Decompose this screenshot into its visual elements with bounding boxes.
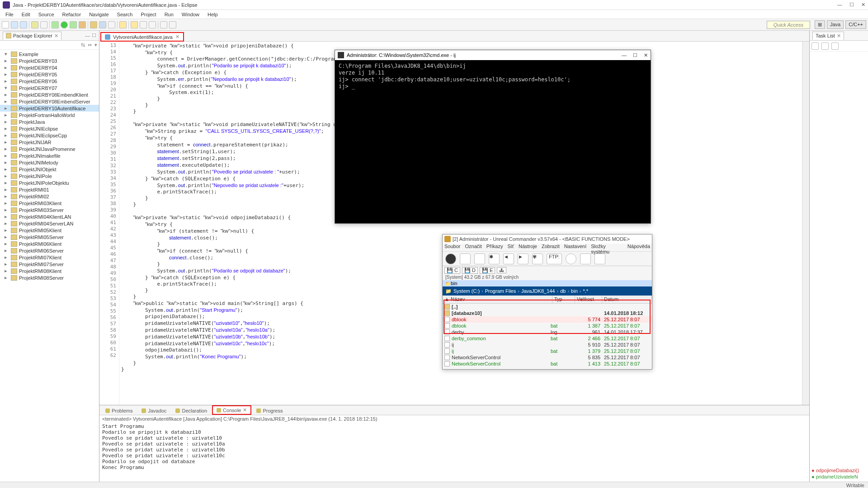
cmd-output[interactable]: C:\Program Files\JavaJDK8_144\db\bin>ij … (335, 60, 651, 93)
twist-icon[interactable]: ▸ (5, 58, 9, 64)
uc-crumb[interactable]: db (560, 288, 566, 294)
twist-icon[interactable]: ▸ (5, 119, 9, 125)
uc-file-row[interactable]: dblookbat1 38725.12.2017 8:07 (443, 323, 652, 329)
project-item[interactable]: ▸ProjektDERBY06 (0, 78, 99, 84)
twist-icon[interactable]: ▸ (5, 248, 9, 253)
tab-console[interactable]: Console ✕ (212, 405, 251, 415)
cpp-perspective-button[interactable]: C/C++ (845, 20, 866, 29)
uc-config-icon[interactable]: ✾ (532, 253, 543, 264)
uc-menu-item[interactable]: Označit (465, 244, 481, 251)
save-all-icon[interactable] (20, 21, 27, 28)
unreal-commander-window[interactable]: [2] Administrátor - Unreal Commander v3.… (442, 234, 652, 370)
project-item[interactable]: ▸ProjektJNIPoleObjektu (0, 179, 99, 186)
twist-icon[interactable]: ▸ (5, 139, 9, 145)
uc-file-row[interactable]: NetworkServerControl5 83525.12.2017 8:07 (443, 354, 652, 361)
menu-project[interactable]: Project (137, 11, 160, 18)
uc-file-row[interactable]: [..] (443, 304, 652, 310)
uc-crumb[interactable]: System (C:) (453, 288, 480, 294)
project-item[interactable]: ▸ProjektRMI03Server (0, 206, 99, 213)
forward-icon[interactable] (169, 21, 176, 28)
view-menu-icon[interactable]: ▾ (94, 42, 97, 48)
project-item[interactable]: ▸ProjektRMI07Server (0, 261, 99, 267)
project-item[interactable]: ▸ProjektDERBY08EmbendKlient (0, 91, 99, 98)
uc-title-bar[interactable]: [2] Administrátor - Unreal Commander v3.… (443, 235, 652, 244)
uc-crumb[interactable]: Program Files (485, 288, 516, 294)
twist-icon[interactable]: ▸ (5, 187, 9, 192)
outline-view[interactable]: ● odpojimeDatabazi() ● pridameUzivateleN (810, 52, 868, 482)
twist-icon[interactable]: ▾ (5, 51, 9, 57)
editor-tab[interactable]: VytvoreniAutentifikace.java ✕ (100, 32, 184, 42)
project-item[interactable]: ▸ProjektJNIEclipse (0, 125, 99, 132)
project-item[interactable]: ▸ProjektDERBY03 (0, 57, 99, 64)
project-item[interactable]: ▸ProjektRMI07Klient (0, 254, 99, 261)
cmd-minimize-button[interactable]: — (622, 52, 627, 58)
project-item[interactable]: ▸ProjektFortranHalloWorld (0, 112, 99, 118)
uc-menu-item[interactable]: Příkazy (486, 244, 503, 251)
project-item[interactable]: ▸ProjektJNImakefile (0, 152, 99, 159)
twist-icon[interactable]: ▸ (5, 241, 9, 247)
uc-crumb[interactable]: *.* (583, 288, 588, 294)
uc-right-icon[interactable]: ► (518, 253, 528, 264)
uc-file-row[interactable]: ij5 91025.12.2017 8:07 (443, 342, 652, 348)
cmd-close-button[interactable]: ✕ (644, 52, 648, 58)
menu-window[interactable]: Window (178, 11, 203, 18)
twist-icon[interactable]: ▸ (5, 153, 9, 159)
uc-column-headers[interactable]: ▲ Název Typ Velikost Datum (443, 296, 652, 304)
twist-icon[interactable]: ▸ (5, 207, 9, 213)
uc-file-row[interactable]: dblook5 77425.12.2017 8:07 (443, 316, 652, 323)
quick-access-input[interactable]: Quick Access (767, 21, 810, 29)
uc-btn2-icon[interactable] (474, 253, 485, 264)
menu-search[interactable]: Search (113, 11, 137, 18)
line-number-ruler[interactable]: 13 14 15 16 17 18 19 20 21 22 23 24 25 2… (99, 42, 119, 405)
back-icon[interactable] (160, 21, 167, 28)
project-tree[interactable]: ▾Example▸ProjektDERBY03▸ProjektDERBY04▸P… (0, 50, 99, 482)
close-tab-icon[interactable]: ✕ (175, 34, 179, 40)
uc-file-list[interactable]: [..][databaze10]14.01.2018 18:12dblook5 … (443, 304, 652, 369)
run-icon[interactable] (61, 21, 68, 28)
uc-crumb[interactable]: bin (571, 288, 578, 294)
project-item[interactable]: ▸ProjektJNIEclipseCpp (0, 132, 99, 139)
twist-icon[interactable]: ▸ (5, 160, 9, 165)
uc-star-icon[interactable]: ✱ (489, 253, 500, 264)
close-view-icon[interactable]: ✕ (54, 33, 58, 39)
twist-icon[interactable]: ▸ (5, 261, 9, 267)
project-item[interactable]: ▾Example (0, 51, 99, 57)
uc-file-row[interactable]: derby_commonbat2 46625.12.2017 8:07 (443, 335, 652, 342)
cmd-title-bar[interactable]: Administrátor: C:\Windows\System32\cmd.e… (335, 50, 651, 60)
twist-icon[interactable]: ▸ (5, 234, 9, 240)
uc-btn-icon[interactable] (460, 253, 471, 264)
skip-bp-icon[interactable] (40, 21, 47, 28)
open-perspective-icon[interactable]: ⊞ (815, 20, 825, 29)
tab-problems[interactable]: Problems (101, 407, 137, 415)
project-item[interactable]: ▸ProjektRMI08Server (0, 274, 99, 281)
debug-icon[interactable] (52, 21, 59, 28)
menu-refactor[interactable]: Refactor (59, 11, 85, 18)
uc-left-icon[interactable]: ◄ (503, 253, 514, 264)
project-item[interactable]: ▸ProjektRMI03Klient (0, 200, 99, 206)
link-editor-icon[interactable]: ⇔ (88, 42, 92, 48)
uc-menu-item[interactable]: Složky systému (591, 244, 623, 251)
console-output[interactable]: Start Programu Podarilo se pripojit k da… (99, 422, 809, 482)
twist-icon[interactable]: ▸ (5, 200, 9, 206)
task-list-tab[interactable]: Task List ✕ (812, 32, 844, 40)
twist-icon[interactable]: ▸ (5, 78, 9, 84)
project-item[interactable]: ▸ProjektJNIPole (0, 173, 99, 179)
cmd-window[interactable]: Administrátor: C:\Windows\System32\cmd.e… (335, 50, 651, 224)
editor-scrollbar[interactable] (802, 42, 809, 405)
project-item[interactable]: ▸ProjektRMI06Klient (0, 240, 99, 247)
twist-icon[interactable]: ▸ (5, 193, 9, 199)
new-package-icon[interactable] (90, 21, 97, 28)
project-item[interactable]: ▸ProjektJava (0, 118, 99, 125)
uc-drive-net[interactable]: 🖧 (497, 267, 506, 273)
project-item[interactable]: ▸ProjektJNIJAR (0, 139, 99, 145)
project-item[interactable]: ▸ProjektJNIMetody (0, 159, 99, 166)
project-item[interactable]: ▸ProjektRMI04KlientLAN (0, 213, 99, 220)
twist-icon[interactable]: ▸ (5, 214, 9, 220)
twist-icon[interactable]: ▸ (5, 180, 9, 186)
twist-icon[interactable]: ▸ (5, 166, 9, 172)
task-sync-icon[interactable] (821, 42, 829, 50)
twist-icon[interactable]: ▸ (5, 254, 9, 260)
project-item[interactable]: ▸ProjektRMI06Server (0, 247, 99, 254)
uc-drive-c[interactable]: 💾 C (444, 267, 460, 274)
uc-ftp-button[interactable]: FTP: (547, 253, 562, 264)
